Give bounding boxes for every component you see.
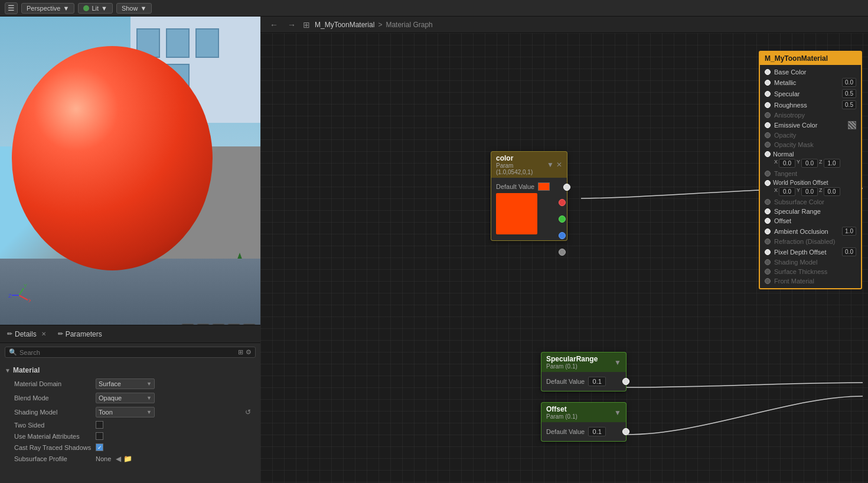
rp-value-pdo[interactable]: 0.0 xyxy=(842,247,856,256)
node-color-swatch-small[interactable] xyxy=(538,182,550,191)
rp-row-opacity[interactable]: Opacity xyxy=(760,130,861,140)
lit-button[interactable]: Lit ▼ xyxy=(78,3,113,14)
rp-row-wpo[interactable]: World Position Offset X 0.0 Y 0.0 Z 0.0 xyxy=(760,178,861,197)
details-close[interactable]: ✕ xyxy=(41,331,46,337)
rp-wpo-z[interactable]: 0.0 xyxy=(824,187,840,196)
subsurface-prev-icon[interactable]: ◀ xyxy=(116,455,121,463)
perspective-button[interactable]: Perspective ▼ xyxy=(21,3,74,14)
show-arrow: ▼ xyxy=(140,5,146,12)
section-header-material[interactable]: ▼ Material xyxy=(5,364,256,377)
rp-row-frontmaterial[interactable]: Front Material xyxy=(760,276,861,286)
rp-row-emissive[interactable]: Emissive Color xyxy=(760,120,861,130)
tab-details[interactable]: ✏ Details ✕ xyxy=(5,330,48,338)
rp-row-anisotropy[interactable]: Anisotropy xyxy=(760,110,861,120)
subsurface-icons: ◀ 📁 xyxy=(116,455,132,463)
graph-breadcrumb: M_MyToonMaterial > Material Graph xyxy=(315,21,433,29)
show-button[interactable]: Show ▼ xyxy=(116,3,152,14)
connector-green[interactable] xyxy=(559,216,566,223)
node-specular-connector[interactable] xyxy=(622,378,629,385)
node-specular-value[interactable]: 0.1 xyxy=(588,377,606,386)
rp-value-roughness[interactable]: 0.5 xyxy=(842,100,856,109)
rp-row-shadingmodel[interactable]: Shading Model xyxy=(760,257,861,267)
rp-value-metallic[interactable]: 0.0 xyxy=(842,78,856,87)
show-label: Show xyxy=(122,5,138,12)
breadcrumb-material[interactable]: M_MyToonMaterial xyxy=(315,21,374,29)
rp-wpo-x[interactable]: 0.0 xyxy=(779,187,795,196)
subsurface-browse-icon[interactable]: 📁 xyxy=(123,455,132,463)
node-color[interactable]: color Param (1.0,0542,0,1) ▼ ✕ Default V… xyxy=(491,151,567,241)
node-color-expand[interactable]: ▼ xyxy=(547,161,554,169)
property-label-matattr: Use Material Attributes xyxy=(14,433,91,440)
normal-x-label: X xyxy=(774,159,778,168)
node-offset-expand[interactable]: ▼ xyxy=(614,409,621,417)
rp-row-specularrange[interactable]: Specular Range xyxy=(760,207,861,216)
connector-alpha[interactable] xyxy=(559,249,566,256)
rp-normal-x[interactable]: 0.0 xyxy=(779,159,795,168)
rp-row-offset[interactable]: Offset xyxy=(760,216,861,226)
rp-label-emissive: Emissive Color xyxy=(774,122,844,129)
rp-value-ao[interactable]: 1.0 xyxy=(842,227,856,236)
shading-model-select[interactable]: Toon ▼ xyxy=(96,407,155,417)
material-domain-select[interactable]: Surface ▼ xyxy=(96,378,155,389)
rp-wpo-y[interactable]: 0.0 xyxy=(801,187,818,196)
rp-label-basecolor: Base Color xyxy=(774,68,856,76)
rp-row-tangent[interactable]: Tangent xyxy=(760,169,861,178)
node-offset-default-label: Default Value xyxy=(546,428,585,435)
rp-conn-metallic xyxy=(765,80,771,86)
search-input[interactable] xyxy=(19,349,236,356)
rp-label-pdo: Pixel Depth Offset xyxy=(774,249,838,256)
ray-shadows-checkbox[interactable]: ✓ xyxy=(96,443,103,451)
property-row-rayshadows: Cast Ray Traced Shadows ✓ xyxy=(5,442,256,453)
mat-attr-checkbox[interactable] xyxy=(96,432,103,440)
node-offset[interactable]: Offset Param (0.1) ▼ Default Value 0.1 xyxy=(541,402,626,442)
grid-icon[interactable]: ⊞ xyxy=(238,348,243,356)
node-specular[interactable]: SpecularRange Param (0.1) ▼ Default Valu… xyxy=(541,352,626,391)
graph-maximize-icon[interactable]: ⊞ xyxy=(303,20,310,30)
rp-row-ao[interactable]: Ambient Occlusion 1.0 xyxy=(760,226,861,237)
rp-conn-roughness xyxy=(765,102,771,108)
rp-row-metallic[interactable]: Metallic 0.0 xyxy=(760,77,861,88)
blend-mode-select[interactable]: Opaque ▼ xyxy=(96,393,155,403)
property-label-rayshadows: Cast Ray Traced Shadows xyxy=(14,444,91,451)
graph-area[interactable]: ← → ⊞ M_MyToonMaterial > Material Graph … xyxy=(260,17,868,483)
rp-row-opacitymask[interactable]: Opacity Mask xyxy=(760,140,861,149)
node-specular-expand[interactable]: ▼ xyxy=(614,358,621,367)
node-color-connector-white[interactable] xyxy=(563,184,570,191)
rp-normal-y[interactable]: 0.0 xyxy=(801,159,818,168)
perspective-arrow: ▼ xyxy=(63,5,69,12)
rp-row-pdo[interactable]: Pixel Depth Offset 0.0 xyxy=(760,246,861,257)
rp-row-basecolor[interactable]: Base Color xyxy=(760,67,861,77)
two-sided-checkbox[interactable] xyxy=(96,421,103,429)
wpo-z-label: Z xyxy=(819,187,823,196)
perspective-label: Perspective xyxy=(27,5,60,12)
rp-label-shadingmodel: Shading Model xyxy=(774,259,856,266)
graph-forward-button[interactable]: → xyxy=(285,19,298,31)
rp-row-subsurface[interactable]: Subsurface Color xyxy=(760,197,861,207)
node-color-main-swatch[interactable] xyxy=(496,193,537,234)
rp-row-surfacethickness[interactable]: Surface Thickness xyxy=(760,267,861,276)
rp-row-roughness[interactable]: Roughness 0.5 xyxy=(760,99,861,110)
rp-label-roughness: Roughness xyxy=(774,102,838,109)
sphere xyxy=(12,46,213,270)
rp-value-specular[interactable]: 0.5 xyxy=(842,89,856,98)
svg-line-0 xyxy=(19,295,28,300)
graph-back-button[interactable]: ← xyxy=(267,19,280,31)
settings-icon[interactable]: ⚙ xyxy=(246,348,252,356)
rp-row-specular[interactable]: Specular 0.5 xyxy=(760,88,861,99)
hamburger-button[interactable]: ☰ xyxy=(5,2,18,14)
viewport-image[interactable]: X Y Z ○ ● ◉ ⊙ ⟳ xyxy=(0,17,260,341)
node-offset-title: Offset xyxy=(546,405,577,413)
tab-parameters[interactable]: ✏ Parameters xyxy=(56,330,105,338)
shading-reset-button[interactable]: ↺ xyxy=(245,408,251,416)
connector-blue[interactable] xyxy=(559,232,566,239)
node-offset-value[interactable]: 0.1 xyxy=(588,427,606,436)
graph-background[interactable]: color Param (1.0,0542,0,1) ▼ ✕ Default V… xyxy=(260,33,868,483)
rp-normal-z[interactable]: 1.0 xyxy=(824,159,840,168)
node-offset-connector[interactable] xyxy=(622,428,629,435)
svg-text:Y: Y xyxy=(24,283,27,289)
connector-red[interactable] xyxy=(559,199,566,206)
node-color-close[interactable]: ✕ xyxy=(556,161,562,169)
rp-conn-normal xyxy=(765,151,771,157)
rp-row-refraction[interactable]: Refraction (Disabled) xyxy=(760,237,861,246)
rp-row-normal[interactable]: Normal X 0.0 Y 0.0 Z 1.0 xyxy=(760,149,861,169)
